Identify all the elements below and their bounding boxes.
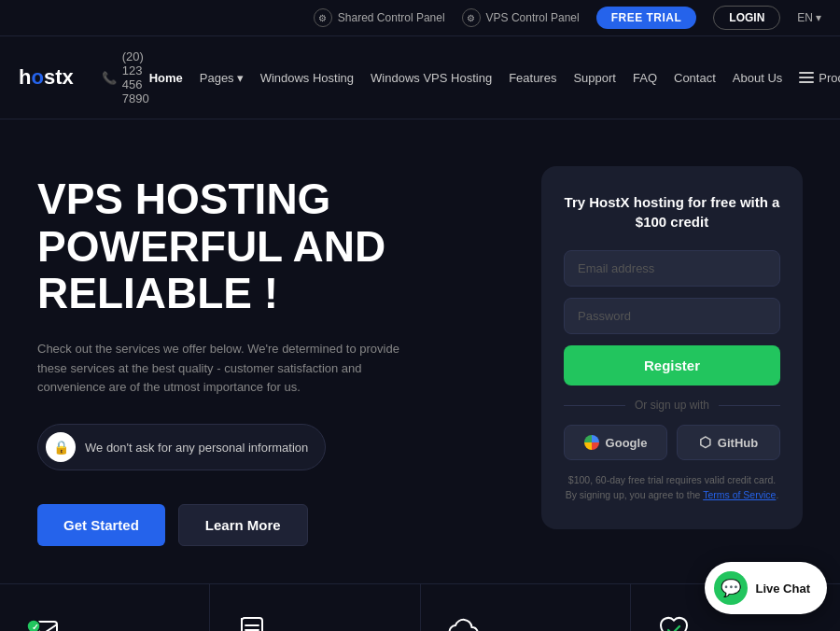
- signup-form-card: Try HostX hosting for free with a $100 c…: [541, 166, 803, 529]
- hero-title: VPS HOSTING POWERFUL AND RELIABLE !: [37, 175, 504, 317]
- hamburger-icon: [799, 72, 814, 83]
- nav-windows-vps[interactable]: Windows VPS Hosting: [371, 71, 492, 85]
- register-button[interactable]: Register: [564, 345, 780, 386]
- google-icon: [584, 435, 599, 450]
- badge-row: 🔒 We don't ask for any personal informat…: [37, 424, 504, 470]
- book-icon: [232, 610, 273, 631]
- feature-limit: No Usage Limit: [421, 584, 631, 631]
- nav-contact[interactable]: Contact: [674, 71, 716, 85]
- nav-features[interactable]: Features: [509, 71, 556, 85]
- language-selector[interactable]: EN ▾: [797, 11, 821, 24]
- hero-content: VPS HOSTING POWERFUL AND RELIABLE ! Chec…: [37, 166, 504, 546]
- envelope-icon: ✓: [22, 610, 63, 631]
- live-chat-widget[interactable]: 💬 Live Chat: [705, 562, 827, 614]
- nav-support[interactable]: Support: [573, 71, 616, 85]
- shared-panel-link[interactable]: ⚙ Shared Control Panel: [314, 8, 445, 27]
- nav-about[interactable]: About Us: [733, 71, 782, 85]
- form-note: $100, 60-day free trial requires valid c…: [564, 473, 780, 503]
- phone-number: 📞 (20) 123 456 7890: [102, 49, 149, 105]
- live-chat-label: Live Chat: [755, 582, 810, 596]
- nav-home[interactable]: Home: [149, 71, 183, 85]
- logo[interactable]: hоstx: [19, 65, 74, 90]
- cloud-icon: [443, 610, 484, 631]
- github-icon: ⬡: [699, 434, 711, 451]
- google-signup-button[interactable]: Google: [564, 425, 667, 460]
- tos-link[interactable]: Terms of Service: [703, 489, 776, 500]
- password-field[interactable]: [564, 298, 780, 334]
- chat-bubble-icon: 💬: [714, 571, 748, 605]
- nav-links: Home Pages ▾ Windows Hosting Windows VPS…: [149, 71, 840, 85]
- chevron-down-icon: ▾: [237, 71, 244, 85]
- chevron-down-icon: ▾: [816, 11, 821, 24]
- no-personal-info-badge: 🔒 We don't ask for any personal informat…: [37, 424, 326, 470]
- vps-panel-link[interactable]: ⚙ VPS Control Panel: [462, 8, 580, 27]
- feature-anonymous: ✓ Anonymous Access: [0, 584, 210, 631]
- feature-logs: No Usage Logs: [210, 584, 420, 631]
- products-menu[interactable]: Products: [799, 71, 840, 85]
- heart-check-icon: [653, 610, 694, 631]
- learn-more-button[interactable]: Learn More: [178, 504, 308, 546]
- vps-panel-icon: ⚙: [462, 8, 481, 27]
- free-trial-button[interactable]: FREE TRIAL: [596, 7, 697, 29]
- navbar: hоstx 📞 (20) 123 456 7890 Home Pages ▾ W…: [0, 36, 840, 119]
- shield-icon: 🔒: [46, 432, 76, 462]
- top-bar: ⚙ Shared Control Panel ⚙ VPS Control Pan…: [0, 0, 840, 36]
- hero-subtitle: Check out the services we offer below. W…: [37, 340, 411, 398]
- nav-faq[interactable]: FAQ: [633, 71, 657, 85]
- email-field[interactable]: [564, 250, 780, 287]
- svg-text:✓: ✓: [32, 623, 39, 631]
- login-button[interactable]: LOGIN: [713, 6, 780, 30]
- or-divider: Or sign up with: [564, 399, 780, 412]
- phone-icon: 📞: [102, 71, 117, 85]
- form-title: Try HostX hosting for free with a $100 c…: [564, 192, 780, 231]
- github-signup-button[interactable]: ⬡ GitHub: [677, 425, 780, 460]
- shared-panel-icon: ⚙: [314, 8, 332, 27]
- svg-rect-3: [242, 618, 262, 631]
- nav-windows-hosting[interactable]: Windows Hosting: [260, 71, 354, 85]
- hero-buttons: Get Started Learn More: [37, 504, 504, 546]
- social-buttons: Google ⬡ GitHub: [564, 425, 780, 460]
- hero-section: VPS HOSTING POWERFUL AND RELIABLE ! Chec…: [0, 119, 840, 583]
- get-started-button[interactable]: Get Started: [37, 504, 165, 546]
- nav-pages[interactable]: Pages ▾: [200, 71, 244, 85]
